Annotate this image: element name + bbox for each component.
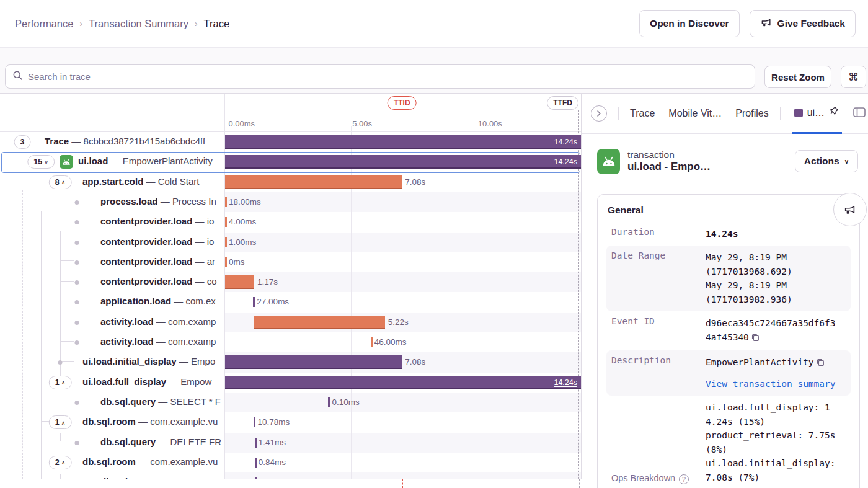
tab-mobile-vit-[interactable]: Mobile Vit… <box>668 108 722 119</box>
tree-row-contentprovider.load[interactable]: contentprovider.load — io <box>0 212 224 232</box>
breadcrumb-performance[interactable]: Performance <box>15 18 73 30</box>
span-duration-tick[interactable] <box>225 257 227 267</box>
span-label: application.load — com.ex <box>100 296 216 306</box>
copy-icon[interactable] <box>816 358 825 368</box>
leaf-bullet-icon <box>75 200 79 205</box>
waterfall-row-contentprovider.load[interactable]: 4.00ms <box>225 212 581 232</box>
span-duration-tick[interactable] <box>225 217 227 227</box>
open-in-discover-button[interactable]: Open in Discover <box>639 10 739 37</box>
tree-row-db.sql.room[interactable]: 1∧db.sql.room — com.example.vu <box>0 412 224 432</box>
span-duration-tick[interactable] <box>255 458 257 468</box>
tree-row-db.sql.query[interactable]: db.sql.query — INSERT OR <box>0 472 224 479</box>
tree-row-ui.load[interactable]: 15∨ui.load — EmpowerPlantActivity <box>0 152 224 172</box>
waterfall-row-ui.load.full_display[interactable]: 14.24s <box>225 373 581 393</box>
tree-row-db.sql.query[interactable]: db.sql.query — SELECT * F <box>0 393 224 412</box>
span-count-badge[interactable]: 1∧ <box>49 415 72 429</box>
waterfall-row-Trace[interactable]: 14.24s <box>225 132 581 152</box>
tree-row-activity.load[interactable]: activity.load — com.examp <box>0 313 224 332</box>
waterfall-row-db.sql.query[interactable]: 2.78ms <box>225 472 581 479</box>
span-duration-tick[interactable] <box>371 337 373 347</box>
shortcut-command-button[interactable]: ⌘ <box>841 66 866 88</box>
tree-row-ui.load.full_display[interactable]: 1∧ui.load.full_display — Empow <box>0 373 224 393</box>
span-count-badge[interactable]: 3 <box>14 135 31 149</box>
give-feedback-button[interactable]: Give Feedback <box>750 10 856 37</box>
tree-row-Trace[interactable]: 3Trace — 8cbbcd38721b415ab6cbdc4ff <box>0 132 224 152</box>
tree-row-db.sql.query[interactable]: db.sql.query — DELETE FR <box>0 433 224 453</box>
open-in-discover-label: Open in Discover <box>650 18 728 29</box>
breadcrumb-transaction-summary[interactable]: Transaction Summary <box>89 18 188 30</box>
span-duration-label: 1.41ms <box>259 438 286 447</box>
span-duration-tick[interactable] <box>328 397 330 407</box>
tree-row-application.load[interactable]: application.load — com.ex <box>0 292 224 312</box>
waterfall-row-db.sql.query[interactable]: 0.10ms <box>225 393 581 412</box>
span-label: contentprovider.load — co <box>100 276 217 286</box>
span-count-badge[interactable]: 2∧ <box>49 456 72 469</box>
tree-connector-stub <box>60 361 74 362</box>
waterfall-row-db.sql.room[interactable]: 0.84ms <box>225 453 581 472</box>
collapse-drawer-icon[interactable] <box>591 105 607 122</box>
tree-row-activity.load[interactable]: activity.load — com.examp <box>0 332 224 352</box>
tab-ui-load-active[interactable]: ui… <box>792 94 842 134</box>
span-duration-bar[interactable] <box>225 376 581 389</box>
tree-row-ui.load.initial_display[interactable]: ui.load.initial_display — Empo <box>0 352 224 372</box>
layout-left-drawer-icon[interactable] <box>853 107 866 120</box>
leaf-bullet-icon <box>58 360 63 365</box>
span-count-badge[interactable]: 1∧ <box>49 376 72 389</box>
span-duration-bar[interactable] <box>225 355 402 369</box>
span-count-badge[interactable]: 8∧ <box>49 175 72 189</box>
tree-row-contentprovider.load[interactable]: contentprovider.load — io <box>0 233 224 252</box>
waterfall-row-process.load[interactable]: 18.00ms <box>225 192 581 212</box>
waterfall-row-activity.load[interactable]: 5.22s <box>225 313 581 332</box>
floating-feedback-button[interactable] <box>833 193 867 226</box>
span-label: contentprovider.load — ar <box>100 256 215 267</box>
tree-connector-line <box>60 433 61 441</box>
tab-trace[interactable]: Trace <box>630 108 655 119</box>
span-duration-tick[interactable] <box>225 197 227 207</box>
search-input[interactable] <box>28 71 748 82</box>
waterfall-row-db.sql.room[interactable]: 10.78ms <box>225 412 581 432</box>
span-duration-tick[interactable] <box>254 417 255 427</box>
transaction-title: ui.load - Empo… <box>627 161 711 173</box>
tree-connector-stub <box>60 260 74 261</box>
span-duration-bar[interactable] <box>225 135 581 149</box>
general-row-label: Date Range <box>611 251 706 306</box>
waterfall-row-ui.load.initial_display[interactable]: 7.08s <box>225 352 581 372</box>
span-duration-bar[interactable] <box>225 155 581 169</box>
search-icon <box>12 70 23 83</box>
tree-row-process.load[interactable]: process.load — Process In <box>0 192 224 212</box>
span-duration-tick[interactable] <box>225 237 227 247</box>
span-duration-bar[interactable] <box>225 175 402 189</box>
waterfall-row-contentprovider.load[interactable]: 0ms <box>225 252 581 272</box>
copy-icon[interactable] <box>751 334 760 344</box>
span-duration-tick[interactable] <box>255 438 257 448</box>
waterfall-row-contentprovider.load[interactable]: 1.00ms <box>225 233 581 252</box>
help-icon[interactable]: ? <box>679 474 689 484</box>
span-duration-tick[interactable] <box>253 297 255 307</box>
tree-row-app.start.cold[interactable]: 8∧app.start.cold — Cold Start <box>0 172 224 192</box>
tab-profiles[interactable]: Profiles <box>735 108 768 119</box>
waterfall-row-db.sql.query[interactable]: 1.41ms <box>225 433 581 453</box>
megaphone-icon <box>760 16 773 31</box>
search-box[interactable] <box>5 64 755 89</box>
axis-tick-label: 10.00s <box>478 119 502 128</box>
top-header: Performance›Transaction Summary›Trace Op… <box>0 0 868 48</box>
reset-zoom-button[interactable]: Reset Zoom <box>764 66 831 88</box>
waterfall-row-activity.load[interactable]: 46.00ms <box>225 332 581 352</box>
tree-connector-stub <box>60 281 74 282</box>
span-duration-label: 14.24s <box>554 378 577 387</box>
actions-button[interactable]: Actions ∨ <box>795 150 858 172</box>
span-duration-bar[interactable] <box>225 275 254 289</box>
tree-row-contentprovider.load[interactable]: contentprovider.load — co <box>0 272 224 292</box>
trace-toolbar: Reset Zoom ⌘ <box>0 48 868 93</box>
span-count-badge[interactable]: 15∨ <box>27 155 55 169</box>
waterfall-row-contentprovider.load[interactable]: 1.17s <box>225 272 581 292</box>
tree-row-contentprovider.load[interactable]: contentprovider.load — ar <box>0 252 224 272</box>
waterfall-row-app.start.cold[interactable]: 7.08s <box>225 172 581 192</box>
waterfall-row-ui.load[interactable]: 14.24s <box>225 152 581 172</box>
tree-row-db.sql.room[interactable]: 2∧db.sql.room — com.example.vu <box>0 453 224 472</box>
pin-icon[interactable] <box>829 106 839 119</box>
waterfall-row-application.load[interactable]: 27.00ms <box>225 292 581 312</box>
span-duration-label: 18.00ms <box>229 197 261 206</box>
view-transaction-summary-link[interactable]: View transaction summary <box>706 377 839 391</box>
span-duration-bar[interactable] <box>254 316 385 329</box>
